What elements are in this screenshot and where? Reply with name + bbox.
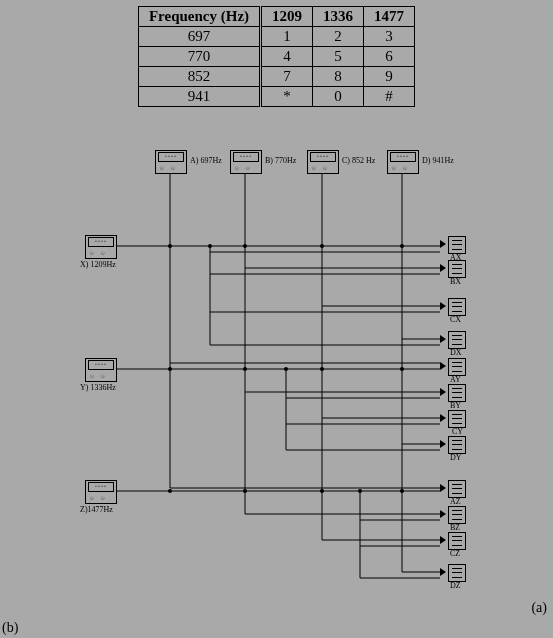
row-freq: 770: [138, 47, 260, 67]
row-freq: 941: [138, 87, 260, 107]
svg-point-31: [168, 244, 172, 248]
cell: 6: [364, 47, 415, 67]
header-col3: 1477: [364, 7, 415, 27]
cell: 0: [313, 87, 364, 107]
cell: 3: [364, 27, 415, 47]
svg-point-43: [208, 244, 212, 248]
svg-point-33: [320, 244, 324, 248]
table-row: 941 * 0 #: [138, 87, 414, 107]
svg-point-34: [400, 244, 404, 248]
caption-b: (b): [2, 620, 18, 636]
cell: 2: [313, 27, 364, 47]
cell: 4: [261, 47, 313, 67]
svg-point-37: [320, 367, 324, 371]
dtmf-schematic: ▫▫▫▫○ ○ A) 697Hz ▫▫▫▫○ ○ B) 770Hz ▫▫▫▫○ …: [0, 140, 553, 600]
row-freq: 852: [138, 67, 260, 87]
svg-point-45: [358, 489, 362, 493]
table-row: 770 4 5 6: [138, 47, 414, 67]
svg-point-42: [400, 489, 404, 493]
cell: 7: [261, 67, 313, 87]
cell: 8: [313, 67, 364, 87]
cell: 9: [364, 67, 415, 87]
svg-point-38: [400, 367, 404, 371]
svg-point-36: [243, 367, 247, 371]
header-col1: 1209: [261, 7, 313, 27]
wiring-diagram: [0, 140, 553, 600]
dtmf-frequency-table: Frequency (Hz) 1209 1336 1477 697 1 2 3 …: [138, 6, 415, 107]
svg-point-44: [284, 367, 288, 371]
cell: 5: [313, 47, 364, 67]
header-col2: 1336: [313, 7, 364, 27]
table-row: 697 1 2 3: [138, 27, 414, 47]
caption-a: (a): [531, 600, 547, 616]
cell: *: [261, 87, 313, 107]
svg-point-32: [243, 244, 247, 248]
cell: #: [364, 87, 415, 107]
svg-point-35: [168, 367, 172, 371]
row-freq: 697: [138, 27, 260, 47]
header-frequency: Frequency (Hz): [138, 7, 260, 27]
cell: 1: [261, 27, 313, 47]
svg-point-40: [243, 489, 247, 493]
svg-point-39: [168, 489, 172, 493]
table-row: 852 7 8 9: [138, 67, 414, 87]
table-header-row: Frequency (Hz) 1209 1336 1477: [138, 7, 414, 27]
svg-point-41: [320, 489, 324, 493]
